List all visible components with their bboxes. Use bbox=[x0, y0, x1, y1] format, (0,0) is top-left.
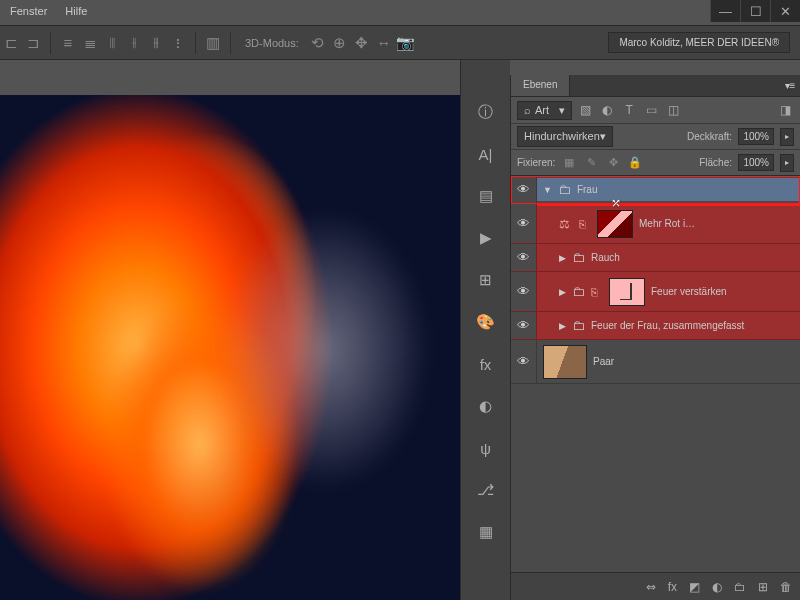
filter-pixel-icon[interactable]: ▧ bbox=[576, 102, 594, 118]
3d-roll-icon[interactable]: ⊕ bbox=[329, 32, 351, 54]
folder-icon: 🗀 bbox=[572, 250, 585, 265]
options-bar: ⊏ ⊐ ≡ ≣ ⫴ ⫲ ⫵ ⫶ ▥ 3D-Modus: ⟲ ⊕ ✥ ↔ 📷 Ma… bbox=[0, 25, 800, 60]
menu-hilfe[interactable]: Hilfe bbox=[65, 5, 87, 17]
distribute-icon[interactable]: ⫶ bbox=[167, 32, 189, 54]
layer-name[interactable]: Mehr Rot i… bbox=[639, 218, 695, 229]
visibility-icon[interactable]: 👁 bbox=[511, 312, 537, 339]
window-controls: — ☐ ✕ bbox=[710, 0, 800, 22]
blend-mode-select[interactable]: Hindurchwirken▾ bbox=[517, 126, 613, 147]
distribute-icon[interactable]: ≡ bbox=[57, 32, 79, 54]
disclosure-closed-icon[interactable]: ▶ bbox=[559, 321, 566, 331]
layer-mehr-rot[interactable]: 👁 ⚖ ⎘ Mehr Rot i… bbox=[511, 204, 800, 244]
3d-slide-icon[interactable]: ↔ bbox=[373, 32, 395, 54]
tab-ebenen[interactable]: Ebenen bbox=[511, 75, 570, 96]
layer-name[interactable]: Feuer der Frau, zusammengefasst bbox=[591, 320, 744, 331]
fill-flyout-icon[interactable]: ▸ bbox=[780, 154, 794, 172]
lock-all-icon[interactable]: 🔒 bbox=[627, 155, 643, 171]
filter-toggle-icon[interactable]: ◨ bbox=[776, 102, 794, 118]
opacity-flyout-icon[interactable]: ▸ bbox=[780, 128, 794, 146]
visibility-icon[interactable]: 👁 bbox=[511, 176, 537, 203]
layer-name[interactable]: Rauch bbox=[591, 252, 620, 263]
panel-menu-icon[interactable]: ▾≡ bbox=[780, 75, 800, 96]
align-icon[interactable]: ⊏ bbox=[0, 32, 22, 54]
swatches-icon[interactable]: ⊞ bbox=[474, 268, 498, 292]
layer-mask-thumb[interactable] bbox=[609, 278, 645, 306]
layer-group-feuer-verstaerken[interactable]: 👁 ▶ 🗀 ⎘ Feuer verstärken bbox=[511, 272, 800, 312]
layers-icon[interactable]: ▤ bbox=[474, 184, 498, 208]
styles-icon[interactable]: fx bbox=[474, 352, 498, 376]
trash-icon[interactable]: 🗑 bbox=[780, 580, 792, 594]
adjustment-layer-icon[interactable]: ◐ bbox=[712, 580, 722, 594]
menu-fenster[interactable]: Fenster bbox=[10, 5, 47, 17]
disclosure-open-icon[interactable]: ▼ bbox=[543, 185, 552, 195]
3d-orbit-icon[interactable]: ⟲ bbox=[307, 32, 329, 54]
3d-camera-icon[interactable]: 📷 bbox=[395, 32, 417, 54]
layer-mask-icon[interactable]: ◩ bbox=[689, 580, 700, 594]
workspace-selector[interactable]: Marco Kolditz, MEER DER IDEEN® bbox=[608, 32, 790, 53]
fill-value[interactable]: 100% bbox=[738, 154, 774, 171]
layer-fx-icon[interactable]: fx bbox=[668, 580, 677, 594]
actions-icon[interactable]: ψ bbox=[474, 436, 498, 460]
visibility-icon[interactable]: 👁 bbox=[511, 244, 537, 271]
paths-icon[interactable]: ⎇ bbox=[474, 478, 498, 502]
layer-name[interactable]: Feuer verstärken bbox=[651, 286, 727, 297]
distribute-icon[interactable]: ≣ bbox=[79, 32, 101, 54]
fill-label: Fläche: bbox=[699, 157, 732, 168]
filter-type-icon[interactable]: T bbox=[620, 102, 638, 118]
link-icon: ⎘ bbox=[591, 286, 603, 298]
brush-icon[interactable]: ▶ bbox=[474, 226, 498, 250]
history-icon[interactable]: ⓘ bbox=[474, 100, 498, 124]
3d-pan-icon[interactable]: ✥ bbox=[351, 32, 373, 54]
layer-group-frau[interactable]: 👁 ▼ 🗀 Frau ⤱ bbox=[511, 176, 800, 204]
new-layer-icon[interactable]: ⊞ bbox=[758, 580, 768, 594]
chevron-down-icon: ▾ bbox=[600, 130, 606, 143]
new-group-icon[interactable]: 🗀 bbox=[734, 580, 746, 594]
opacity-value[interactable]: 100% bbox=[738, 128, 774, 145]
layer-paar[interactable]: 👁 Paar bbox=[511, 340, 800, 384]
layers-panel-footer: ⇔ fx ◩ ◐ 🗀 ⊞ 🗑 bbox=[511, 572, 800, 600]
layer-name[interactable]: Frau bbox=[577, 184, 598, 195]
canvas-image-smoke bbox=[200, 175, 450, 525]
layer-thumb[interactable] bbox=[543, 345, 587, 379]
distribute-icon[interactable]: ⫲ bbox=[123, 32, 145, 54]
layer-group-feuer-frau[interactable]: 👁 ▶ 🗀 Feuer der Frau, zusammengefasst bbox=[511, 312, 800, 340]
distribute-icon[interactable]: ⫵ bbox=[145, 32, 167, 54]
align-icon[interactable]: ⊐ bbox=[22, 32, 44, 54]
link-icon: ⎘ bbox=[579, 218, 591, 230]
lock-brush-icon[interactable]: ✎ bbox=[583, 155, 599, 171]
minimize-button[interactable]: — bbox=[710, 0, 740, 22]
lock-pixels-icon[interactable]: ▦ bbox=[561, 155, 577, 171]
layer-filter-row: ⌕ Art ▾ ▧ ◐ T ▭ ◫ ◨ bbox=[511, 97, 800, 123]
canvas[interactable] bbox=[0, 95, 460, 600]
layer-group-rauch[interactable]: 👁 ▶ 🗀 Rauch bbox=[511, 244, 800, 272]
visibility-icon[interactable]: 👁 bbox=[511, 272, 537, 311]
type-icon[interactable]: A| bbox=[474, 142, 498, 166]
link-layers-icon[interactable]: ⇔ bbox=[646, 580, 656, 594]
filter-adjust-icon[interactable]: ◐ bbox=[598, 102, 616, 118]
folder-icon: 🗀 bbox=[558, 182, 571, 197]
search-icon: ⌕ bbox=[524, 104, 531, 116]
color-icon[interactable]: 🎨 bbox=[474, 310, 498, 334]
arrange-icon[interactable]: ▥ bbox=[202, 32, 224, 54]
layer-list: 👁 ▼ 🗀 Frau ⤱ 👁 ⚖ ⎘ Mehr Rot i… 👁 bbox=[511, 175, 800, 572]
filter-kind-select[interactable]: ⌕ Art ▾ bbox=[517, 101, 572, 120]
maximize-button[interactable]: ☐ bbox=[740, 0, 770, 22]
distribute-icon[interactable]: ⫴ bbox=[101, 32, 123, 54]
adjustment-icon: ⚖ bbox=[559, 217, 573, 231]
adjustments-icon[interactable]: ◐ bbox=[474, 394, 498, 418]
disclosure-closed-icon[interactable]: ▶ bbox=[559, 287, 566, 297]
layer-mask-thumb[interactable] bbox=[597, 210, 633, 238]
lock-label: Fixieren: bbox=[517, 157, 555, 168]
visibility-icon[interactable]: 👁 bbox=[511, 204, 537, 243]
visibility-icon[interactable]: 👁 bbox=[511, 340, 537, 383]
filter-shape-icon[interactable]: ▭ bbox=[642, 102, 660, 118]
channels-icon[interactable]: ▦ bbox=[474, 520, 498, 544]
folder-icon: 🗀 bbox=[572, 318, 585, 333]
layer-name[interactable]: Paar bbox=[593, 356, 614, 367]
disclosure-closed-icon[interactable]: ▶ bbox=[559, 253, 566, 263]
collapsed-panel-bar: ⓘ A| ▤ ▶ ⊞ 🎨 fx ◐ ψ ⎇ ▦ bbox=[460, 60, 510, 600]
lock-position-icon[interactable]: ✥ bbox=[605, 155, 621, 171]
filter-smart-icon[interactable]: ◫ bbox=[664, 102, 682, 118]
menu-bar: Fenster Hilfe bbox=[0, 0, 87, 22]
close-button[interactable]: ✕ bbox=[770, 0, 800, 22]
